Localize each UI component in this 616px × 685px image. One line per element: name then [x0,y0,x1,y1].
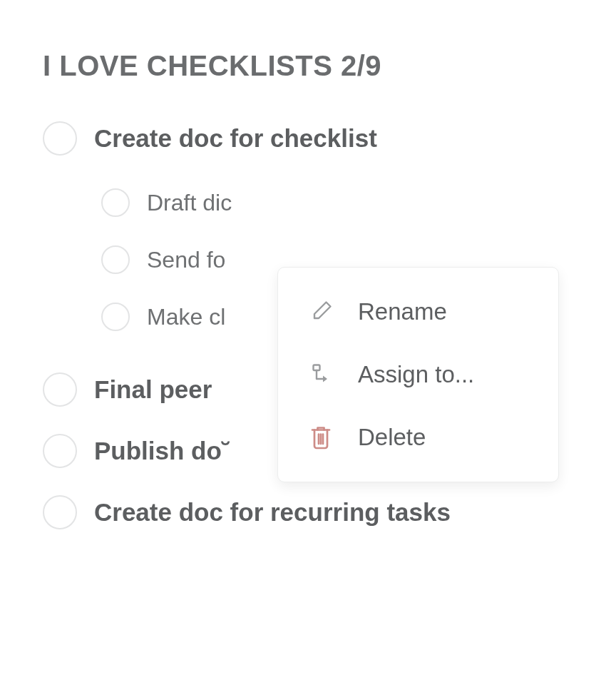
menu-label: Delete [358,424,426,451]
checkbox[interactable] [43,121,77,156]
item-label: Create doc for recurring tasks [94,498,451,527]
checkbox[interactable] [43,434,77,468]
item-label: Final peer [94,375,212,404]
item-label: Send fo [147,247,225,273]
item-label: Publish do˘ [94,437,230,465]
menu-item-delete[interactable]: Delete [278,406,558,469]
assign-icon [307,360,335,389]
checkbox[interactable] [101,188,130,217]
checkbox[interactable] [101,303,130,331]
checkbox[interactable] [101,245,130,274]
checklist-item[interactable]: Create doc for checklist [43,121,573,156]
checklist-item[interactable]: Create doc for recurring tasks [43,495,573,529]
checkbox[interactable] [43,495,77,529]
pencil-icon [307,298,335,326]
menu-item-rename[interactable]: Rename [278,280,558,343]
item-label: Create doc for checklist [94,124,377,153]
checklist-subitem[interactable]: Draft dic [43,188,573,217]
checklist-title: I LOVE CHECKLISTS 2/9 [43,50,573,82]
item-label: Make cl [147,304,225,330]
item-label: Draft dic [147,190,232,216]
menu-label: Rename [358,298,447,325]
trash-icon [307,423,335,452]
menu-label: Assign to... [358,361,474,388]
context-menu: Rename Assign to... Delete [277,267,559,482]
checkbox[interactable] [43,372,77,407]
menu-item-assign[interactable]: Assign to... [278,343,558,406]
